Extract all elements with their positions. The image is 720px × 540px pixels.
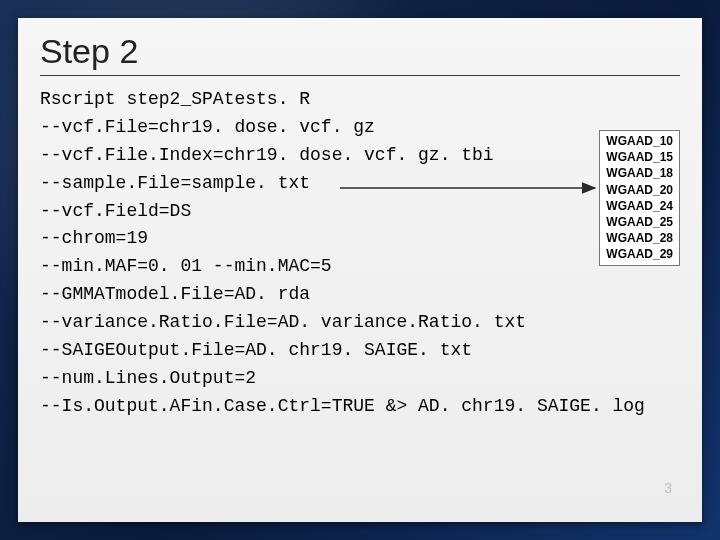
sample-id: WGAAD_18 xyxy=(606,165,673,181)
sample-id: WGAAD_29 xyxy=(606,246,673,262)
code-line: --num.Lines.Output=2 xyxy=(40,368,256,388)
title-divider xyxy=(40,75,680,76)
slide-frame: Step 2 Rscript step2_SPAtests. R --vcf.F… xyxy=(0,0,720,540)
content-card: Step 2 Rscript step2_SPAtests. R --vcf.F… xyxy=(18,18,702,522)
code-line: --GMMATmodel.File=AD. rda xyxy=(40,284,310,304)
sample-id: WGAAD_25 xyxy=(606,214,673,230)
code-line: --chrom=19 xyxy=(40,228,148,248)
sample-id: WGAAD_20 xyxy=(606,182,673,198)
code-line: Rscript step2_SPAtests. R xyxy=(40,89,310,109)
page-number: 3 xyxy=(664,480,672,496)
sample-id: WGAAD_24 xyxy=(606,198,673,214)
sample-id: WGAAD_28 xyxy=(606,230,673,246)
code-line: --vcf.File=chr19. dose. vcf. gz xyxy=(40,117,375,137)
code-block: Rscript step2_SPAtests. R --vcf.File=chr… xyxy=(40,86,680,421)
code-line: --Is.Output.AFin.Case.Ctrl=TRUE &> AD. c… xyxy=(40,396,645,416)
code-line: --vcf.File.Index=chr19. dose. vcf. gz. t… xyxy=(40,145,494,165)
slide-title: Step 2 xyxy=(40,32,680,71)
code-line: --min.MAF=0. 01 --min.MAC=5 xyxy=(40,256,332,276)
sample-id: WGAAD_10 xyxy=(606,133,673,149)
code-line: --sample.File=sample. txt xyxy=(40,173,310,193)
code-line: --SAIGEOutput.File=AD. chr19. SAIGE. txt xyxy=(40,340,472,360)
sample-list-annotation: WGAAD_10 WGAAD_15 WGAAD_18 WGAAD_20 WGAA… xyxy=(599,130,680,266)
code-line: --vcf.Field=DS xyxy=(40,201,191,221)
sample-id: WGAAD_15 xyxy=(606,149,673,165)
code-line: --variance.Ratio.File=AD. variance.Ratio… xyxy=(40,312,526,332)
